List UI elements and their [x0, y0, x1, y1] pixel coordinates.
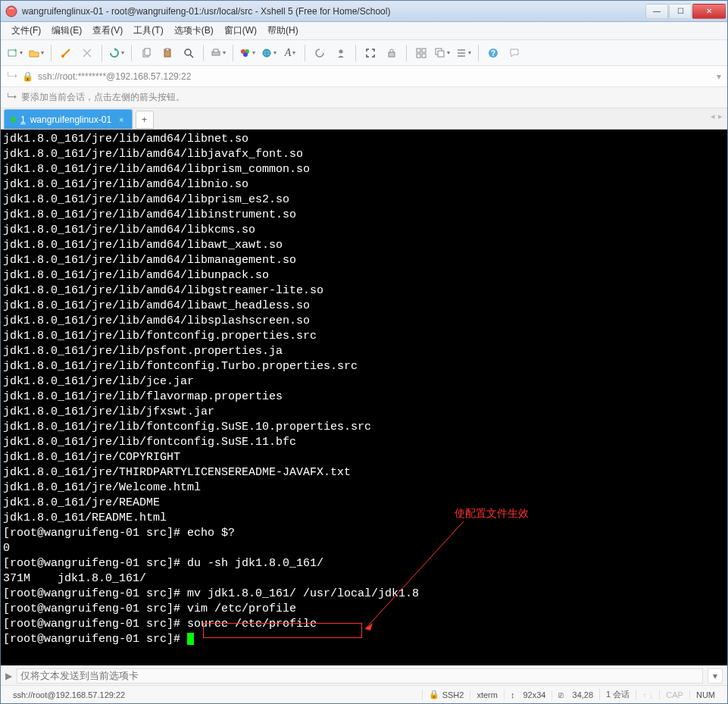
toolbar: + A ? [1, 40, 727, 66]
terminal-line: jdk1.8.0_161/jre/THIRDPARTYLICENSEREADME… [3, 465, 725, 480]
terminal-line: [root@wangruifeng-01 src]# vim /etc/prof… [3, 602, 725, 617]
svg-rect-17 [417, 48, 420, 52]
cascade-icon[interactable] [434, 45, 451, 61]
menu-file[interactable]: 文件(F) [7, 23, 45, 39]
svg-rect-19 [417, 54, 420, 58]
globe-button[interactable] [261, 45, 277, 61]
terminal-line: jdk1.8.0_161/jre/lib/fontconfig.Turbo.pr… [3, 359, 725, 374]
menu-edit[interactable]: 编辑(E) [47, 23, 86, 39]
separator [203, 45, 204, 61]
print-button[interactable] [210, 45, 227, 61]
svg-point-3 [61, 55, 64, 58]
tab-active[interactable]: 1 wangruifenglinux-01 × [4, 109, 133, 129]
tab-add-button[interactable]: + [136, 111, 154, 129]
menu-tabs[interactable]: 选项卡(B) [170, 23, 218, 39]
status-term: xterm [470, 690, 504, 699]
menu-window[interactable]: 窗口(W) [220, 23, 261, 39]
menu-help[interactable]: 帮助(H) [263, 23, 303, 39]
help-icon[interactable]: ? [485, 45, 501, 61]
minimize-button[interactable]: — [645, 4, 668, 19]
status-num: NUM [689, 690, 721, 699]
find-button[interactable] [180, 45, 197, 61]
svg-text:?: ? [491, 49, 495, 58]
paste-button[interactable] [159, 45, 176, 61]
separator [406, 45, 407, 61]
copy-button[interactable] [138, 45, 155, 61]
terminal-line: jdk1.8.0_161/jre/lib/amd64/libinstrument… [3, 208, 725, 223]
sendbar: ▶ ▾ [1, 665, 727, 685]
maximize-button[interactable]: ☐ [669, 4, 692, 19]
window-titlebar: wangruifenglinux-01 - root@wangruifeng-0… [1, 1, 727, 22]
fullscreen-icon[interactable] [362, 45, 379, 61]
tile-icon[interactable] [413, 45, 430, 61]
sendbar-dropdown[interactable]: ▾ [708, 668, 723, 684]
addressbar-arrow-icon[interactable]: ⮡ [7, 70, 17, 83]
lock-icon: 🔒 [22, 71, 33, 82]
tab-close-icon[interactable]: × [119, 115, 123, 124]
terminal-prompt[interactable]: [root@wangruifeng-01 src]# [3, 632, 725, 647]
terminal-line: jdk1.8.0_161/README.html [3, 511, 725, 526]
disconnect-button[interactable] [79, 45, 95, 61]
terminal-line: jdk1.8.0_161/jre/README [3, 496, 725, 511]
terminal-line: [root@wangruifeng-01 src]# source /etc/p… [3, 617, 725, 632]
open-button[interactable] [28, 45, 45, 61]
profile-icon[interactable] [333, 45, 349, 61]
svg-rect-16 [389, 52, 395, 57]
svg-rect-5 [145, 48, 150, 55]
terminal-line: jdk1.8.0_161/jre/lib/amd64/libkcms.so [3, 223, 725, 238]
separator [355, 45, 356, 61]
lock-icon[interactable] [383, 45, 400, 61]
svg-point-8 [185, 49, 191, 55]
terminal-line: [root@wangruifeng-01 src]# mv jdk1.8.0_1… [3, 587, 725, 602]
reconnect-button[interactable] [108, 45, 125, 61]
separator [102, 45, 102, 61]
hintbar: ⮡ 要添加当前会话，点击左侧的箭头按钮。 [1, 87, 727, 108]
sendbar-input[interactable] [17, 668, 703, 684]
sendbar-icon: ▶ [5, 671, 12, 681]
chat-icon[interactable] [506, 45, 523, 61]
tab-nav: ◂ ▸ [711, 111, 723, 121]
terminal-line: jdk1.8.0_161/jre/lib/jfxswt.jar [3, 405, 725, 420]
font-button[interactable]: A [282, 45, 298, 61]
tab-index: 1 [20, 114, 26, 125]
menubar: 文件(F) 编辑(E) 查看(V) 工具(T) 选项卡(B) 窗口(W) 帮助(… [1, 22, 727, 40]
terminal-line: [root@wangruifeng-01 src]# du -sh jdk1.8… [3, 556, 725, 571]
terminal-line: jdk1.8.0_161/jre/lib/amd64/libmanagement… [3, 253, 725, 268]
terminal-line: jdk1.8.0_161/jre/lib/amd64/libnet.so [3, 132, 725, 147]
svg-rect-7 [166, 48, 169, 51]
status-sessions: 1 会话 [599, 689, 636, 700]
menu-view[interactable]: 查看(V) [88, 23, 127, 39]
status-cap: CAP [659, 690, 689, 699]
tab-prev-icon[interactable]: ◂ [711, 111, 715, 121]
terminal[interactable]: jdk1.8.0_161/jre/lib/amd64/libnet.sojdk1… [1, 130, 727, 665]
cursor [187, 633, 194, 645]
tabstrip: 1 wangruifenglinux-01 × + ◂ ▸ [1, 108, 727, 130]
status-connection: ssh://root@192.168.57.129:22 [7, 690, 422, 699]
svg-text:+: + [14, 48, 17, 54]
addressbar: ⮡ 🔒 ssh://root:********@192.168.57.129:2… [1, 66, 727, 87]
hint-icon: ⮡ [7, 92, 17, 103]
list-icon[interactable] [455, 45, 472, 61]
addressbar-url[interactable]: ssh://root:********@192.168.57.129:22 [38, 71, 191, 82]
terminal-line: jdk1.8.0_161/jre/lib/amd64/libunpack.so [3, 268, 725, 283]
svg-point-15 [339, 49, 343, 53]
status-proto: 🔒SSH2 [422, 690, 470, 699]
tab-next-icon[interactable]: ▸ [718, 111, 723, 121]
terminal-line: jdk1.8.0_161/jre/COPYRIGHT [3, 450, 725, 465]
close-button[interactable]: ✕ [692, 4, 726, 19]
terminal-line: jdk1.8.0_161/jre/lib/amd64/libgstreamer-… [3, 283, 725, 299]
color-button[interactable] [239, 45, 256, 61]
window-title: wangruifenglinux-01 - root@wangruifeng-0… [22, 6, 645, 17]
separator [51, 45, 52, 61]
terminal-line: 371M jdk1.8.0_161/ [3, 571, 725, 587]
terminal-line: jdk1.8.0_161/jre/lib/fontconfig.properti… [3, 329, 725, 344]
terminal-line: [root@wangruifeng-01 src]# echo $? [3, 526, 725, 541]
separator [305, 45, 305, 61]
new-session-button[interactable]: + [7, 45, 23, 61]
addressbar-dropdown-icon[interactable]: ▾ [717, 71, 721, 82]
connect-button[interactable] [58, 45, 74, 61]
terminal-line: jdk1.8.0_161/jre/lib/jce.jar [3, 374, 725, 390]
refresh-icon[interactable] [311, 45, 328, 61]
menu-tools[interactable]: 工具(T) [129, 23, 167, 39]
separator [478, 45, 479, 61]
